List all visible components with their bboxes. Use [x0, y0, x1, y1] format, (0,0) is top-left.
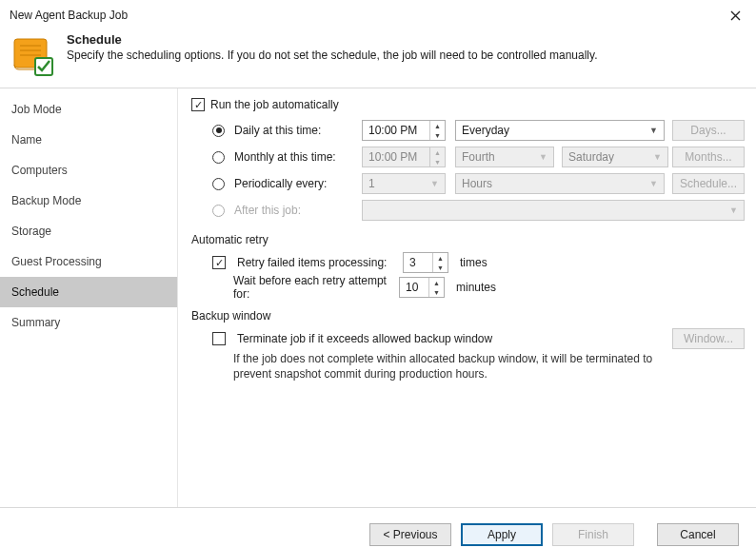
- cancel-button[interactable]: Cancel: [657, 523, 739, 546]
- titlebar: New Agent Backup Job: [0, 0, 756, 29]
- monthly-row: Monthly at this time: 10:00 PM ▲▼ Fourth…: [212, 144, 745, 170]
- sidebar-item-label: Name: [11, 133, 42, 147]
- schedule-button: Schedule...: [672, 173, 745, 194]
- finish-button: Finish: [552, 523, 634, 546]
- sidebar-item-label: Computers: [11, 164, 68, 177]
- monthly-time-spinner: 10:00 PM ▲▼: [362, 147, 446, 167]
- period-label: Periodically every:: [234, 177, 358, 190]
- close-icon: [730, 10, 741, 21]
- monthly-dow-dropdown: Saturday ▼: [562, 147, 668, 167]
- retry-times-spinner[interactable]: 3 ▲▼: [403, 252, 448, 273]
- daily-time-value: 10:00 PM: [363, 124, 429, 137]
- spin-down-icon[interactable]: ▼: [429, 287, 444, 297]
- period-radio[interactable]: [212, 178, 225, 190]
- close-button[interactable]: [722, 6, 748, 25]
- retry-wait-row: Wait before each retry attempt for: 10 ▲…: [212, 275, 745, 300]
- page-title: Schedule: [67, 32, 597, 47]
- retry-enable-row: Retry failed items processing: 3 ▲▼ time…: [212, 250, 745, 275]
- spin-down-icon: ▼: [430, 157, 445, 166]
- daily-time-spinner[interactable]: 10:00 PM ▲▼: [362, 120, 446, 141]
- chevron-down-icon: ▼: [649, 179, 658, 188]
- period-number-value: 1: [368, 177, 375, 190]
- backup-window-section-label: Backup window: [191, 309, 745, 323]
- retry-times-unit: times: [460, 256, 487, 269]
- terminate-checkbox[interactable]: [212, 332, 226, 345]
- retry-wait-spinner[interactable]: 10 ▲▼: [399, 277, 445, 298]
- window-title: New Agent Backup Job: [10, 9, 128, 22]
- wizard-header: Schedule Specify the scheduling options.…: [0, 29, 756, 88]
- sidebar-item-job-mode[interactable]: Job Mode: [0, 94, 177, 125]
- after-job-label: After this job:: [234, 204, 358, 217]
- wizard-steps-sidebar: Job Mode Name Computers Backup Mode Stor…: [0, 88, 178, 507]
- monthly-ordinal-dropdown: Fourth ▼: [455, 147, 554, 167]
- monthly-radio[interactable]: [212, 151, 225, 164]
- wizard-body: Job Mode Name Computers Backup Mode Stor…: [0, 88, 756, 507]
- sidebar-item-label: Guest Processing: [11, 255, 102, 268]
- chevron-down-icon: ▼: [649, 126, 658, 135]
- sidebar-item-storage[interactable]: Storage: [0, 216, 177, 246]
- terminate-row: Terminate job if it exceeds allowed back…: [212, 326, 745, 351]
- daily-row: Daily at this time: 10:00 PM ▲▼ Everyday…: [212, 117, 745, 144]
- retry-enable-label: Retry failed items processing:: [237, 256, 397, 269]
- monthly-time-value: 10:00 PM: [363, 150, 429, 164]
- wizard-footer: < Previous Apply Finish Cancel: [0, 507, 756, 548]
- sidebar-item-label: Storage: [11, 225, 51, 238]
- after-job-dropdown: ▼: [362, 200, 745, 221]
- retry-times-value: 3: [404, 256, 432, 269]
- retry-wait-value: 10: [400, 281, 428, 294]
- retry-enable-checkbox[interactable]: [212, 256, 226, 269]
- monthly-ordinal-value: Fourth: [462, 150, 495, 164]
- period-unit-dropdown: Hours ▼: [455, 173, 665, 194]
- sidebar-item-name[interactable]: Name: [0, 125, 177, 155]
- spin-up-icon[interactable]: ▲: [429, 278, 444, 287]
- chevron-down-icon: ▼: [729, 206, 738, 215]
- run-auto-label: Run the job automatically: [210, 98, 339, 111]
- sidebar-item-label: Job Mode: [11, 103, 62, 116]
- daily-frequency-value: Everyday: [462, 124, 509, 137]
- after-job-radio: [212, 205, 225, 217]
- daily-frequency-dropdown[interactable]: Everyday ▼: [455, 120, 665, 141]
- spin-up-icon[interactable]: ▲: [430, 121, 445, 130]
- period-number-dropdown: 1 ▼: [362, 173, 446, 194]
- days-button: Days...: [672, 120, 745, 141]
- chevron-down-icon: ▼: [539, 152, 547, 162]
- retry-section-label: Automatic retry: [191, 233, 745, 246]
- spin-down-icon[interactable]: ▼: [430, 130, 445, 140]
- chevron-down-icon: ▼: [653, 152, 662, 162]
- chevron-down-icon: ▼: [430, 179, 439, 188]
- monthly-dow-value: Saturday: [568, 150, 614, 164]
- spin-down-icon[interactable]: ▼: [433, 263, 448, 272]
- daily-label: Daily at this time:: [234, 124, 358, 137]
- sidebar-item-label: Backup Mode: [11, 194, 81, 207]
- retry-wait-label: Wait before each retry attempt for:: [212, 274, 393, 301]
- terminate-description: If the job does not complete within allo…: [233, 351, 671, 382]
- daily-radio[interactable]: [212, 125, 225, 137]
- period-row: Periodically every: 1 ▼ Hours ▼ Schedule…: [212, 170, 745, 197]
- window-button: Window...: [672, 328, 745, 349]
- months-button: Months...: [672, 147, 745, 167]
- page-description: Specify the scheduling options. If you d…: [67, 49, 597, 62]
- schedule-content: Run the job automatically Daily at this …: [178, 88, 756, 507]
- schedule-scroll-icon: [10, 32, 55, 78]
- previous-button[interactable]: < Previous: [369, 523, 451, 546]
- spin-up-icon: ▲: [430, 147, 445, 157]
- sidebar-item-guest-processing[interactable]: Guest Processing: [0, 246, 177, 277]
- terminate-label: Terminate job if it exceeds allowed back…: [237, 332, 492, 345]
- sidebar-item-computers[interactable]: Computers: [0, 155, 177, 186]
- retry-wait-unit: minutes: [456, 281, 496, 294]
- period-unit-value: Hours: [462, 177, 492, 190]
- sidebar-item-label: Summary: [11, 316, 60, 329]
- sidebar-item-label: Schedule: [11, 285, 59, 299]
- apply-button[interactable]: Apply: [461, 523, 543, 546]
- run-auto-checkbox[interactable]: [191, 98, 205, 111]
- sidebar-item-schedule[interactable]: Schedule: [0, 277, 177, 307]
- run-auto-row: Run the job automatically: [191, 98, 745, 111]
- sidebar-item-backup-mode[interactable]: Backup Mode: [0, 186, 177, 216]
- monthly-label: Monthly at this time:: [234, 150, 358, 164]
- after-job-row: After this job: ▼: [212, 197, 745, 224]
- sidebar-item-summary[interactable]: Summary: [0, 307, 177, 338]
- spin-up-icon[interactable]: ▲: [433, 253, 448, 263]
